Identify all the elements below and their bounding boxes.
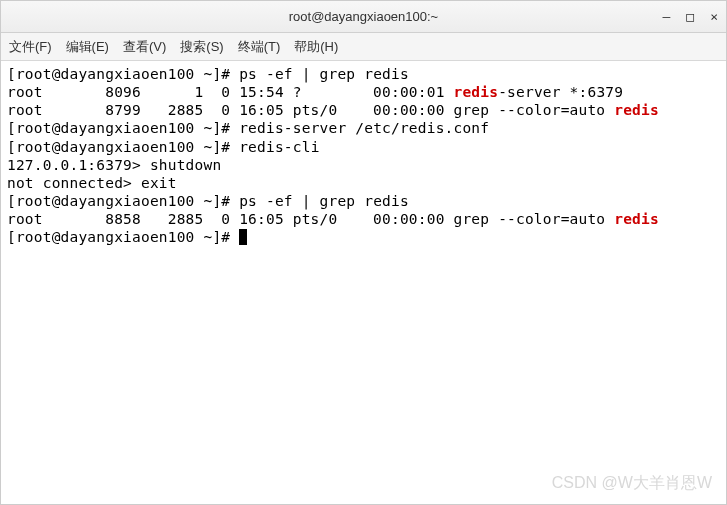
output-text: root 8858 2885 0 16:05 pts/0 00:00:00 gr… [7,211,614,227]
command: redis-server /etc/redis.conf [239,120,489,136]
maximize-button[interactable]: □ [686,9,694,24]
output-text: root 8799 2885 0 16:05 pts/0 00:00:00 gr… [7,102,614,118]
highlight-redis: redis [454,84,499,100]
window-title: root@dayangxiaoen100:~ [289,9,438,24]
output-text: 127.0.0.1:6379> shutdown [7,157,221,173]
prompt: [root@dayangxiaoen100 ~]# [7,120,239,136]
menu-help[interactable]: 帮助(H) [294,38,338,56]
output-text: not connected> exit [7,175,177,191]
command: ps -ef | grep redis [239,193,409,209]
cursor [239,229,247,245]
prompt: [root@dayangxiaoen100 ~]# [7,229,239,245]
menu-edit[interactable]: 编辑(E) [66,38,109,56]
close-button[interactable]: × [710,9,718,24]
command: ps -ef | grep redis [239,66,409,82]
menu-terminal[interactable]: 终端(T) [238,38,281,56]
highlight-redis: redis [614,102,659,118]
output-text: -server *:6379 [498,84,623,100]
command: redis-cli [239,139,319,155]
titlebar: root@dayangxiaoen100:~ – □ × [1,1,726,33]
menu-search[interactable]: 搜索(S) [180,38,223,56]
menubar: 文件(F) 编辑(E) 查看(V) 搜索(S) 终端(T) 帮助(H) [1,33,726,61]
menu-view[interactable]: 查看(V) [123,38,166,56]
terminal-area[interactable]: [root@dayangxiaoen100 ~]# ps -ef | grep … [1,61,726,250]
menu-file[interactable]: 文件(F) [9,38,52,56]
minimize-button[interactable]: – [663,9,671,24]
window-controls: – □ × [663,1,718,32]
prompt: [root@dayangxiaoen100 ~]# [7,66,239,82]
highlight-redis: redis [614,211,659,227]
prompt: [root@dayangxiaoen100 ~]# [7,139,239,155]
watermark: CSDN @W大羊肖恩W [552,473,712,494]
prompt: [root@dayangxiaoen100 ~]# [7,193,239,209]
output-text: root 8096 1 0 15:54 ? 00:00:01 [7,84,454,100]
